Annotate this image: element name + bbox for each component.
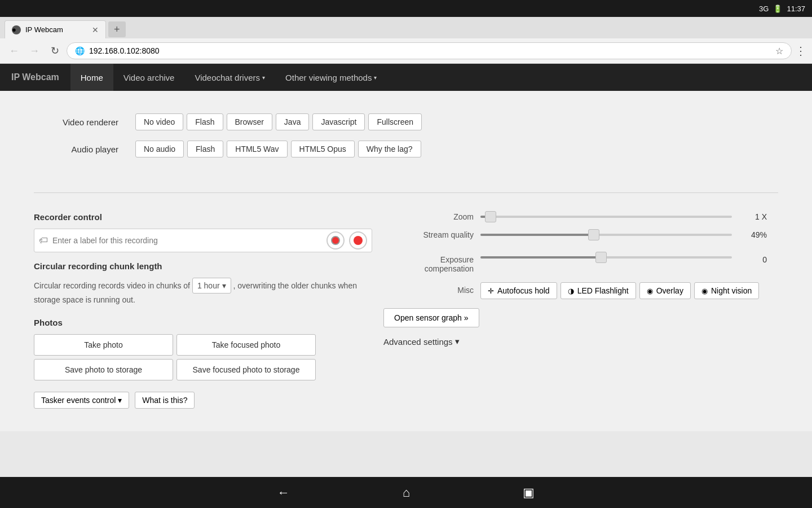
- browser-chrome: ● IP Webcam ✕ + ← → ↻ 🌐 ☆ ⋮: [0, 17, 812, 64]
- battery-icon: 🔋: [773, 5, 782, 13]
- left-column: Recorder control 🏷 Circular recording ch…: [34, 207, 372, 414]
- videochat-dropdown-icon: ▾: [262, 75, 265, 81]
- back-button[interactable]: ←: [6, 42, 23, 59]
- photos-grid: Take photo Take focused photo Save photo…: [34, 334, 316, 380]
- other-viewing-dropdown-icon: ▾: [374, 75, 377, 81]
- nav-item-home[interactable]: Home: [70, 64, 113, 91]
- right-column: Zoom 1 X Stream quality: [372, 207, 778, 414]
- misc-row: Misc ✛ Autofocus hold ◑ LED Flashlight ◉…: [383, 282, 767, 299]
- exposure-label: Exposure compensation: [383, 252, 474, 273]
- bookmark-icon[interactable]: ☆: [775, 46, 783, 56]
- circular-recording-section: Circular recording chunk length Circular…: [34, 261, 372, 306]
- tab-title: IP Webcam: [25, 25, 63, 34]
- chunk-length-dropdown[interactable]: 1 hour ▾: [192, 278, 231, 294]
- video-renderer-buttons: No video Flash Browser Java Javascript F…: [135, 113, 422, 130]
- nav-bar: ← → ↻ 🌐 ☆ ⋮: [0, 38, 812, 63]
- what-is-this-button[interactable]: What is this?: [135, 392, 195, 409]
- tab-bar: ● IP Webcam ✕ +: [0, 17, 812, 38]
- stream-quality-label: Stream quality: [383, 230, 474, 239]
- audio-player-row: Audio player No audio Flash HTML5 Wav HT…: [34, 141, 778, 157]
- zoom-track: [480, 216, 732, 218]
- overlay-button[interactable]: ◉ Overlay: [639, 282, 691, 299]
- renderer-section: Video renderer No video Flash Browser Ja…: [34, 108, 778, 179]
- video-renderer-label: Video renderer: [34, 117, 135, 127]
- tab-favicon: ●: [12, 25, 21, 34]
- misc-buttons: ✛ Autofocus hold ◑ LED Flashlight ◉ Over…: [480, 282, 759, 299]
- rec-outline-icon: [331, 236, 340, 245]
- stream-quality-thumb[interactable]: [588, 229, 599, 240]
- led-flashlight-button[interactable]: ◑ LED Flashlight: [561, 282, 636, 299]
- advanced-settings-arrow: ▾: [455, 336, 460, 347]
- audio-flash-btn[interactable]: Flash: [187, 141, 223, 157]
- bottom-back-button[interactable]: ←: [277, 485, 290, 500]
- overlay-icon: ◉: [647, 287, 653, 295]
- recorder-title: Recorder control: [34, 212, 372, 222]
- nav-item-other-viewing[interactable]: Other viewing methods ▾: [275, 64, 387, 91]
- exposure-track: [480, 256, 732, 259]
- chunk-dropdown-arrow: ▾: [222, 279, 226, 292]
- video-no-video-btn[interactable]: No video: [135, 113, 183, 130]
- video-browser-btn[interactable]: Browser: [227, 113, 272, 130]
- signal-indicator: 3G: [759, 5, 769, 13]
- zoom-slider[interactable]: [480, 216, 732, 218]
- advanced-settings-button[interactable]: Advanced settings ▾: [383, 336, 460, 347]
- forward-button[interactable]: →: [26, 42, 43, 59]
- exposure-slider[interactable]: [480, 256, 732, 259]
- video-renderer-row: Video renderer No video Flash Browser Ja…: [34, 113, 778, 130]
- address-bar[interactable]: 🌐 ☆: [67, 42, 792, 59]
- audio-no-audio-btn[interactable]: No audio: [135, 141, 184, 157]
- rec-stop-button[interactable]: [349, 231, 367, 249]
- exposure-thumb[interactable]: [595, 252, 607, 263]
- nav-item-videochat-drivers[interactable]: Videochat drivers ▾: [184, 64, 275, 91]
- circular-text: Circular recording records video in chun…: [34, 278, 372, 306]
- tasker-events-button[interactable]: Tasker events control ▾: [34, 392, 129, 409]
- tab-close-button[interactable]: ✕: [92, 25, 99, 34]
- stream-quality-value: 49%: [739, 230, 767, 239]
- video-flash-btn[interactable]: Flash: [187, 113, 223, 130]
- autofocus-hold-button[interactable]: ✛ Autofocus hold: [480, 282, 557, 299]
- bottom-home-button[interactable]: ⌂: [403, 485, 410, 500]
- bottom-nav-bar: ← ⌂ ▣: [0, 477, 812, 508]
- video-javascript-btn[interactable]: Javascript: [312, 113, 365, 130]
- section-divider: [34, 192, 778, 193]
- recorder-box: 🏷: [34, 229, 372, 252]
- app-nav: IP Webcam Home Video archive Videochat d…: [0, 64, 812, 91]
- main-content: Video renderer No video Flash Browser Ja…: [0, 91, 812, 431]
- new-tab-button[interactable]: +: [108, 21, 126, 37]
- misc-label: Misc: [383, 282, 474, 295]
- exposure-value: 0: [739, 255, 767, 264]
- take-focused-photo-button[interactable]: Take focused photo: [176, 334, 316, 356]
- bottom-recent-button[interactable]: ▣: [523, 485, 535, 500]
- zoom-thumb[interactable]: [485, 211, 496, 222]
- zoom-slider-row: Zoom 1 X: [383, 212, 767, 221]
- save-focused-photo-button[interactable]: Save focused photo to storage: [176, 359, 316, 380]
- audio-whylag-btn[interactable]: Why the lag?: [358, 141, 421, 157]
- browser-menu-button[interactable]: ⋮: [795, 44, 806, 58]
- rec-start-button[interactable]: [326, 231, 345, 249]
- take-photo-button[interactable]: Take photo: [34, 334, 173, 356]
- night-vision-icon: ◉: [701, 287, 708, 295]
- nav-item-video-archive[interactable]: Video archive: [113, 64, 185, 91]
- audio-html5wav-btn[interactable]: HTML5 Wav: [227, 141, 287, 157]
- save-photo-button[interactable]: Save photo to storage: [34, 359, 173, 380]
- globe-icon: 🌐: [75, 46, 85, 55]
- tasker-arrow-icon: ▾: [118, 396, 122, 405]
- stream-quality-slider[interactable]: [480, 234, 732, 236]
- led-icon: ◑: [568, 287, 574, 295]
- audio-html5opus-btn[interactable]: HTML5 Opus: [291, 141, 355, 157]
- open-sensor-graph-button[interactable]: Open sensor graph »: [383, 308, 479, 327]
- reload-button[interactable]: ↻: [46, 42, 63, 59]
- tag-icon: 🏷: [39, 235, 48, 246]
- audio-player-label: Audio player: [34, 144, 135, 154]
- night-vision-button[interactable]: ◉ Night vision: [694, 282, 759, 299]
- browser-tab[interactable]: ● IP Webcam ✕: [5, 20, 106, 38]
- circular-title: Circular recording chunk length: [34, 261, 372, 271]
- url-input[interactable]: [89, 46, 771, 55]
- exposure-fill: [480, 256, 601, 259]
- photos-title: Photos: [34, 318, 372, 327]
- video-java-btn[interactable]: Java: [276, 113, 310, 130]
- bottom-section: Recorder control 🏷 Circular recording ch…: [34, 207, 778, 414]
- recorder-label-input[interactable]: [52, 236, 322, 245]
- video-fullscreen-btn[interactable]: Fullscreen: [368, 113, 422, 130]
- exposure-slider-row: Exposure compensation 0: [383, 248, 767, 273]
